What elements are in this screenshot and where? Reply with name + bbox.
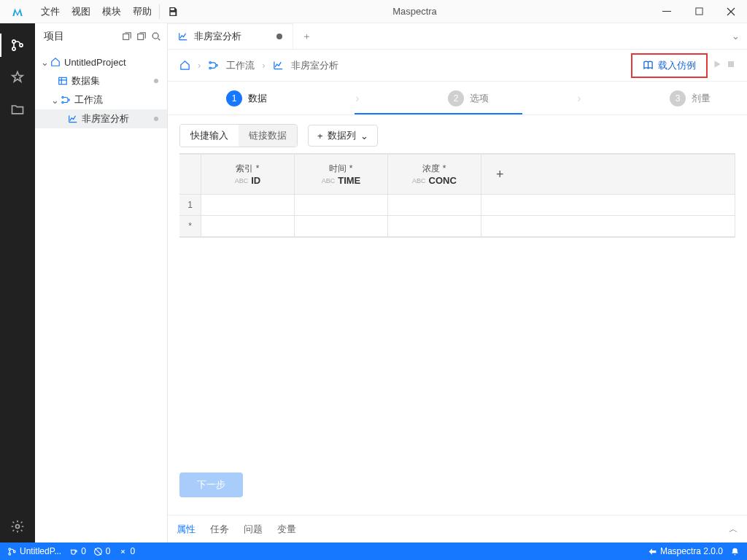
step-num: 3 [670,90,686,106]
chart-icon [273,60,284,71]
bottom-panel-tabs: 属性 任务 问题 变量 ︿ [168,515,747,542]
row-number: 1 [179,195,201,215]
row-number-new: * [179,216,201,236]
step-num: 2 [448,90,464,106]
svg-point-12 [68,99,69,101]
cell-time[interactable] [295,216,388,236]
activity-folder[interactable] [0,93,35,125]
data-column-label: 数据列 [328,129,356,142]
editor-area: 非房室分析 ＋ ⌄ › 工作流 › 非房室分析 载入仿例 [168,23,747,542]
menu-file[interactable]: 文件 [41,5,60,18]
bottom-tab-issue[interactable]: 问题 [244,523,263,536]
status-error[interactable]: 0 [118,546,136,556]
breadcrumb-nca[interactable]: 非房室分析 [291,59,338,72]
activity-source-control[interactable] [0,29,35,61]
menu-view[interactable]: 视图 [71,5,90,18]
divider [159,4,160,19]
breadcrumb-workflow[interactable]: 工作流 [226,59,255,72]
collapse-all-icon[interactable] [122,31,132,42]
tree-nca[interactable]: 非房室分析 [35,109,167,128]
next-button[interactable]: 下一步 [179,472,243,497]
type-icon: ABC [235,177,249,184]
tree-project[interactable]: ⌄ UntitledProject [35,52,167,71]
svg-point-5 [16,525,20,529]
activity-settings[interactable] [0,510,35,542]
workflow-icon [208,60,219,71]
status-bell[interactable] [730,547,740,556]
tab-nca[interactable]: 非房室分析 [168,23,293,49]
step-label: 数据 [248,92,267,105]
play-icon[interactable] [712,59,722,71]
tree-workflow-label: 工作流 [74,93,103,106]
svg-point-2 [12,40,15,43]
svg-point-19 [13,551,15,553]
cell-time[interactable] [295,195,388,215]
step-data[interactable]: 1 数据 [226,90,267,106]
window-close[interactable] [715,0,747,23]
input-mode-toggle: 快捷输入 链接数据 [179,124,298,147]
cell-id[interactable] [201,216,295,236]
header-conc[interactable]: 浓度 * ABCCONC [388,155,481,194]
activity-star[interactable] [0,61,35,93]
workflow-icon [60,95,71,105]
status-cup[interactable]: 0 [69,546,86,556]
cell-id[interactable] [201,195,295,215]
svg-point-15 [216,64,218,66]
sidebar: 项目 ⌄ UntitledProject 数据集 ⌄ 工作流 [35,23,168,542]
activity-bar [0,23,35,542]
tab-add-button[interactable]: ＋ [293,23,320,49]
search-icon[interactable] [151,31,161,42]
status-branch[interactable]: UntitledP... [7,546,61,556]
home-icon [50,57,61,67]
header-add-column[interactable]: + [481,155,735,194]
svg-point-13 [209,62,212,64]
window-maximize[interactable] [683,0,715,23]
status-version[interactable]: Maspectra 2.0.0 [648,546,723,556]
titlebar: 文件 视图 模块 帮助 Maspectra [0,0,747,23]
book-icon [643,60,654,71]
dataset-icon [57,76,69,86]
stop-icon[interactable] [727,60,735,71]
svg-rect-0 [662,11,671,12]
svg-point-18 [9,553,11,555]
bottom-tab-attr[interactable]: 属性 [177,523,196,536]
cell-conc[interactable] [388,216,481,236]
link-data-tab[interactable]: 链接数据 [239,125,297,147]
chevron-down-icon: ⌄ [39,57,50,68]
step-dose[interactable]: 3 剂量 [670,90,711,106]
step-options[interactable]: 2 选项 [448,90,489,106]
home-icon[interactable] [179,60,190,71]
chevron-down-icon: ⌄ [360,131,368,141]
svg-rect-9 [59,77,67,84]
chevron-up-icon[interactable]: ︿ [729,523,738,536]
menu-help[interactable]: 帮助 [133,5,152,18]
data-column-button[interactable]: + 数据列 ⌄ [308,125,378,147]
step-label: 选项 [470,92,489,105]
cell-conc[interactable] [388,195,481,215]
menu-module[interactable]: 模块 [102,5,121,18]
header-rownum [179,155,201,194]
bottom-tab-task[interactable]: 任务 [210,523,229,536]
load-example-label: 载入仿例 [658,59,696,72]
new-item-icon[interactable] [136,31,147,42]
svg-point-8 [152,33,158,39]
window-minimize[interactable] [651,0,683,23]
bottom-tab-var[interactable]: 变量 [277,523,296,536]
svg-point-17 [9,548,11,550]
header-time[interactable]: 时间 * ABCTIME [295,155,388,194]
svg-point-11 [62,101,63,103]
type-icon: ABC [322,177,336,184]
dirty-dot [154,117,158,121]
breadcrumb-sep: › [262,60,265,71]
status-check[interactable]: 0 [93,546,111,556]
load-example-button[interactable]: 载入仿例 [631,53,708,78]
chevron-down-icon[interactable]: ⌄ [732,31,740,42]
quick-input-tab[interactable]: 快捷输入 [180,125,239,147]
table-row-new: * [179,216,735,237]
tree-workflow[interactable]: ⌄ 工作流 [35,90,167,109]
header-id[interactable]: 索引 * ABCID [201,155,295,194]
tree-dataset[interactable]: 数据集 [35,71,167,90]
save-button[interactable] [167,6,179,18]
svg-rect-6 [123,34,129,40]
project-tree: ⌄ UntitledProject 数据集 ⌄ 工作流 非房室分析 [35,50,167,131]
